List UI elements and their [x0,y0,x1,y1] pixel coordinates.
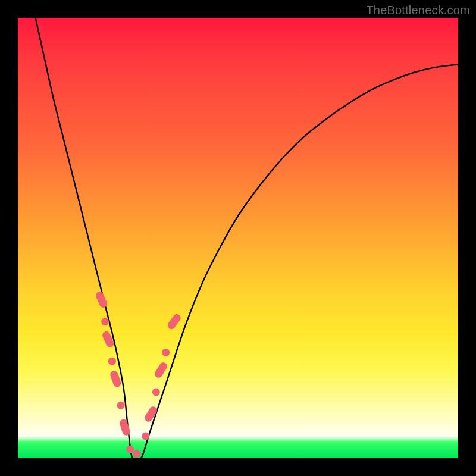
marker-dot [142,433,149,440]
chart-frame: TheBottleneck.com [0,0,476,476]
marker-dot [152,389,160,396]
marker-dot [162,349,170,356]
curve-svg [18,18,458,458]
marker-pill [154,361,169,380]
bottleneck-curve [36,18,458,462]
marker-pill [95,290,108,309]
curve-line [36,18,458,462]
marker-dot [108,358,116,365]
marker-pill [101,330,115,349]
watermark-text: TheBottleneck.com [366,4,470,17]
marker-pill [166,312,182,330]
marker-pill [118,418,131,437]
plot-area [18,18,458,458]
marker-dot [101,318,109,325]
marker-dot [117,402,125,409]
marker-dot [133,450,140,458]
marker-dot [126,446,134,453]
